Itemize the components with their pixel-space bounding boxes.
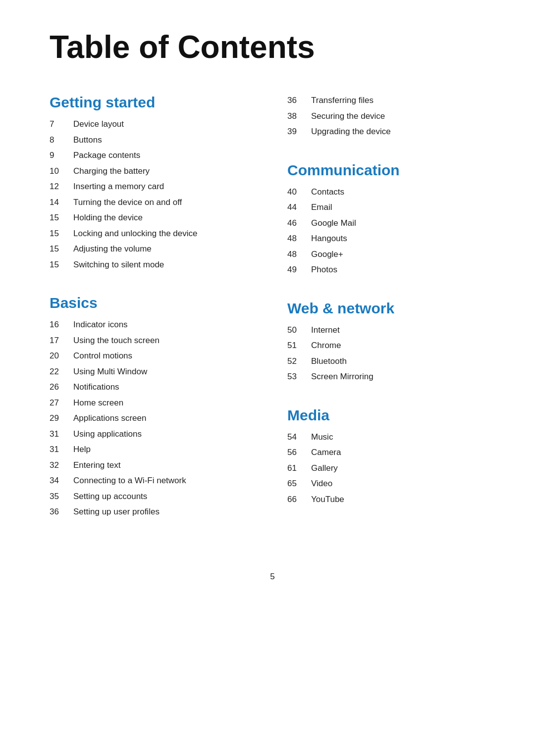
toc-list-media: 54Music56Camera61Gallery65Video66YouTube [287, 431, 495, 506]
toc-item: 54Music [287, 431, 495, 444]
toc-item: 17Using the touch screen [50, 334, 258, 347]
toc-item-label: Turning the device on and off [73, 196, 182, 209]
toc-item-number: 46 [287, 217, 311, 230]
section-title-getting-started: Getting started [50, 94, 258, 111]
toc-item: 12Inserting a memory card [50, 180, 258, 193]
section-media: Media 54Music56Camera61Gallery65Video66Y… [287, 407, 495, 506]
toc-item: 15Holding the device [50, 211, 258, 224]
toc-item-number: 17 [50, 334, 73, 347]
toc-item-label: Photos [311, 263, 337, 276]
section-title-communication: Communication [287, 162, 495, 179]
toc-item-number: 39 [287, 125, 311, 138]
toc-item-number: 34 [50, 474, 73, 487]
toc-item: 46Google Mail [287, 217, 495, 230]
toc-item-number: 48 [287, 232, 311, 245]
section-title-media: Media [287, 407, 495, 424]
toc-item-number: 22 [50, 365, 73, 378]
toc-item: 20Control motions [50, 350, 258, 362]
toc-item-label: Transferring files [311, 94, 374, 107]
toc-item-label: Inserting a memory card [73, 180, 164, 193]
page-title: Table of Contents [50, 30, 495, 64]
toc-item: 15Locking and unlocking the device [50, 227, 258, 240]
toc-item-number: 31 [50, 428, 73, 441]
toc-item: 36Setting up user profiles [50, 505, 258, 518]
toc-item-label: Notifications [73, 381, 119, 394]
toc-item-label: YouTube [311, 493, 344, 506]
toc-item-number: 15 [50, 258, 73, 271]
toc-item: 53Screen Mirroring [287, 370, 495, 383]
toc-item: 22Using Multi Window [50, 365, 258, 378]
toc-item-number: 10 [50, 165, 73, 178]
toc-list-getting-started: 7Device layout8Buttons9Package contents1… [50, 118, 258, 271]
toc-item-number: 56 [287, 446, 311, 459]
toc-item-label: Switching to silent mode [73, 258, 164, 271]
section-web-network: Web & network 50Internet51Chrome52Blueto… [287, 300, 495, 383]
toc-item: 40Contacts [287, 186, 495, 199]
toc-item: 49Photos [287, 263, 495, 276]
toc-item-number: 36 [287, 94, 311, 107]
toc-item: 26Notifications [50, 381, 258, 394]
toc-item: 48Hangouts [287, 232, 495, 245]
toc-item-number: 66 [287, 493, 311, 506]
toc-item-label: Chrome [311, 339, 341, 352]
toc-item-label: Contacts [311, 186, 344, 199]
toc-item-number: 27 [50, 397, 73, 409]
toc-item-label: Home screen [73, 397, 123, 409]
toc-item-number: 9 [50, 149, 73, 162]
toc-item-number: 36 [50, 505, 73, 518]
toc-item-number: 15 [50, 211, 73, 224]
toc-item-number: 12 [50, 180, 73, 193]
toc-item: 48Google+ [287, 248, 495, 261]
toc-item: 44Email [287, 201, 495, 214]
toc-item-label: Device layout [73, 118, 124, 131]
toc-item: 38Securing the device [287, 110, 495, 123]
toc-list-communication: 40Contacts44Email46Google Mail48Hangouts… [287, 186, 495, 276]
toc-item-label: Help [73, 443, 91, 456]
toc-item: 66YouTube [287, 493, 495, 506]
toc-item-label: Control motions [73, 350, 132, 362]
toc-item-label: Connecting to a Wi-Fi network [73, 474, 186, 487]
toc-item: 32Entering text [50, 459, 258, 472]
toc-item-number: 49 [287, 263, 311, 276]
toc-item-number: 16 [50, 318, 73, 331]
toc-item-label: Music [311, 431, 333, 444]
toc-item: 29Applications screen [50, 412, 258, 425]
section-title-basics: Basics [50, 295, 258, 311]
right-column: 36Transferring files38Securing the devic… [287, 94, 495, 542]
section-communication: Communication 40Contacts44Email46Google … [287, 162, 495, 276]
toc-item: 27Home screen [50, 397, 258, 409]
toc-item-label: Bluetooth [311, 355, 347, 368]
toc-item-label: Locking and unlocking the device [73, 227, 197, 240]
toc-item: 36Transferring files [287, 94, 495, 107]
footer-page-number: 5 [50, 572, 495, 582]
toc-item: 52Bluetooth [287, 355, 495, 368]
toc-item-label: Setting up user profiles [73, 505, 160, 518]
section-getting-started: Getting started 7Device layout8Buttons9P… [50, 94, 258, 271]
toc-item-number: 52 [287, 355, 311, 368]
toc-item-label: Securing the device [311, 110, 385, 123]
toc-item: 7Device layout [50, 118, 258, 131]
toc-item-number: 14 [50, 196, 73, 209]
toc-item-label: Package contents [73, 149, 140, 162]
toc-item-number: 53 [287, 370, 311, 383]
toc-item: 56Camera [287, 446, 495, 459]
toc-item: 61Gallery [287, 462, 495, 475]
toc-list-right-top: 36Transferring files38Securing the devic… [287, 94, 495, 138]
toc-item-label: Google+ [311, 248, 343, 261]
toc-item-number: 38 [287, 110, 311, 123]
toc-item-number: 7 [50, 118, 73, 131]
toc-item-label: Video [311, 477, 332, 490]
toc-item-label: Upgrading the device [311, 125, 391, 138]
left-column: Getting started 7Device layout8Buttons9P… [50, 94, 258, 542]
toc-item: 10Charging the battery [50, 165, 258, 178]
toc-item-label: Holding the device [73, 211, 143, 224]
toc-item: 65Video [287, 477, 495, 490]
toc-item: 51Chrome [287, 339, 495, 352]
toc-item-number: 44 [287, 201, 311, 214]
toc-list-web-network: 50Internet51Chrome52Bluetooth53Screen Mi… [287, 324, 495, 383]
toc-item-label: Camera [311, 446, 341, 459]
toc-item-number: 65 [287, 477, 311, 490]
toc-item: 34Connecting to a Wi-Fi network [50, 474, 258, 487]
toc-item: 15Switching to silent mode [50, 258, 258, 271]
toc-item: 16Indicator icons [50, 318, 258, 331]
